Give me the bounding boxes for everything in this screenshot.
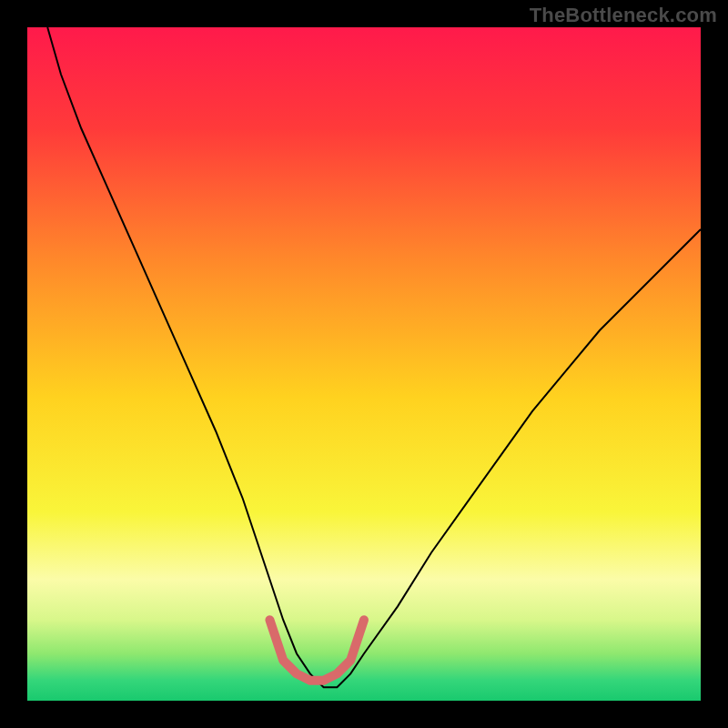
watermark-text: TheBottleneck.com <box>530 4 717 27</box>
plot-background <box>27 27 701 701</box>
bottleneck-chart <box>0 0 728 728</box>
chart-container: TheBottleneck.com <box>0 0 728 728</box>
